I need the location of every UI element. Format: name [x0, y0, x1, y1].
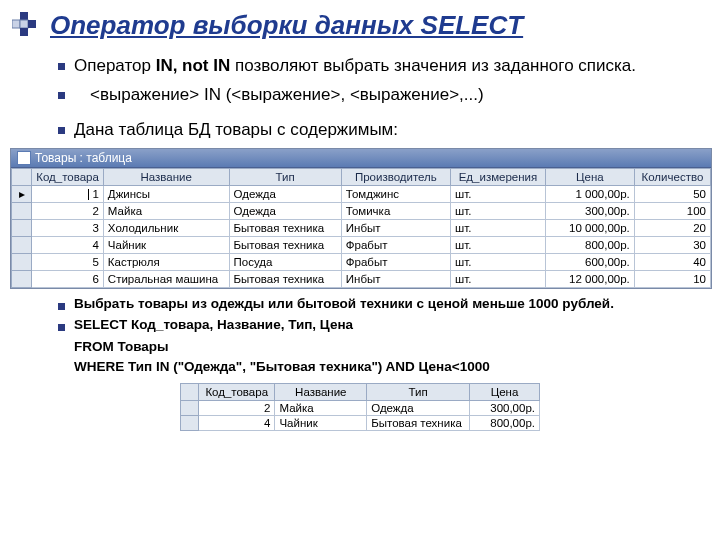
table-row: 4ЧайникБытовая техника800,00р. [181, 416, 540, 431]
cell: шт. [450, 270, 545, 287]
row-selector [12, 236, 32, 253]
cell: Бытовая техника [229, 236, 341, 253]
cell: Томджинс [341, 185, 450, 202]
cell: 12 000,00р. [545, 270, 634, 287]
cell: 600,00р. [545, 253, 634, 270]
cell: Инбыт [341, 270, 450, 287]
cell: 800,00р. [469, 416, 539, 431]
bullet-task: Выбрать товары из одежды или бытовой тех… [58, 295, 680, 314]
column-header: Цена [545, 168, 634, 185]
cell: Одежда [229, 202, 341, 219]
table-row: 5КастрюляПосудаФрабытшт.600,00р.40 [12, 253, 711, 270]
cell: Майка [103, 202, 229, 219]
cell: 1 000,00р. [545, 185, 634, 202]
cell: Чайник [103, 236, 229, 253]
column-header: Количество [634, 168, 710, 185]
row-selector [12, 253, 32, 270]
cell: 4 [32, 236, 104, 253]
table-row: 6Стиральная машинаБытовая техникаИнбытшт… [12, 270, 711, 287]
bullet-list-2: Выбрать товары из одежды или бытовой тех… [40, 295, 680, 335]
cell: Одежда [229, 185, 341, 202]
row-selector [12, 219, 32, 236]
cell: 300,00р. [469, 401, 539, 416]
cell: 2 [199, 401, 275, 416]
cell: 100 [634, 202, 710, 219]
cell: 1 [32, 185, 104, 202]
cell: 40 [634, 253, 710, 270]
cell: шт. [450, 236, 545, 253]
table-row: 2МайкаОдеждаТомичкашт.300,00р.100 [12, 202, 711, 219]
db-window-title: Товары : таблица [35, 151, 132, 165]
column-header: Тип [367, 384, 470, 401]
svg-rect-1 [20, 12, 28, 20]
cell: 300,00р. [545, 202, 634, 219]
cell: 5 [32, 253, 104, 270]
db-titlebar: Товары : таблица [11, 149, 711, 168]
row-selector [181, 401, 199, 416]
cell: Бытовая техника [229, 219, 341, 236]
cell: шт. [450, 202, 545, 219]
cell: Инбыт [341, 219, 450, 236]
cell: Фрабыт [341, 236, 450, 253]
svg-rect-3 [28, 20, 36, 28]
bullet-list: Оператор IN, not IN позволяют выбрать зн… [40, 55, 680, 142]
bullet-sql-select: SELECT Код_товара, Название, Тип, Цена [58, 316, 680, 335]
bullet-operator: Оператор IN, not IN позволяют выбрать зн… [58, 55, 680, 78]
page-title: Оператор выборки данных SELECT [40, 0, 680, 51]
column-header: Тип [229, 168, 341, 185]
cell: 10 [634, 270, 710, 287]
row-selector [12, 270, 32, 287]
result-table: Код_товараНазваниеТипЦена 2МайкаОдежда30… [180, 383, 540, 431]
cell: 50 [634, 185, 710, 202]
db-table: Код_товараНазваниеТипПроизводительЕд_изм… [11, 168, 711, 288]
cell: Чайник [275, 416, 367, 431]
row-selector [12, 202, 32, 219]
cell: 30 [634, 236, 710, 253]
cell: шт. [450, 253, 545, 270]
table-row: 4ЧайникБытовая техникаФрабытшт.800,00р.3… [12, 236, 711, 253]
cell: Кастрюля [103, 253, 229, 270]
cell: 4 [199, 416, 275, 431]
cell: шт. [450, 185, 545, 202]
row-selector-header [12, 168, 32, 185]
cell: 3 [32, 219, 104, 236]
column-header: Производитель [341, 168, 450, 185]
svg-rect-2 [20, 20, 28, 28]
column-header: Код_товара [199, 384, 275, 401]
cell: Джинсы [103, 185, 229, 202]
text: Оператор [74, 56, 156, 75]
bullet-syntax: <выражение> IN (<выражение>, <выражение>… [58, 84, 680, 107]
cell: 10 000,00р. [545, 219, 634, 236]
cell: 800,00р. [545, 236, 634, 253]
sql-where: WHERE Тип IN ("Одежда", "Бытовая техника… [40, 357, 680, 377]
text: позволяют выбрать значения из заданного … [230, 56, 636, 75]
cell: 6 [32, 270, 104, 287]
column-header: Цена [469, 384, 539, 401]
row-selector [181, 416, 199, 431]
column-header: Код_товара [32, 168, 104, 185]
logo-icon [12, 12, 46, 46]
row-selector: ▸ [12, 185, 32, 202]
cell: Посуда [229, 253, 341, 270]
svg-rect-4 [20, 28, 28, 36]
cell: Бытовая техника [229, 270, 341, 287]
column-header: Название [275, 384, 367, 401]
sql-from: FROM Товары [40, 337, 680, 357]
table-icon [17, 151, 31, 165]
table-row: 3ХолодильникБытовая техникаИнбытшт.10 00… [12, 219, 711, 236]
row-selector-header [181, 384, 199, 401]
svg-rect-0 [12, 20, 20, 28]
cell: Майка [275, 401, 367, 416]
cell: Фрабыт [341, 253, 450, 270]
db-table-window: Товары : таблица Код_товараНазваниеТипПр… [10, 148, 712, 289]
column-header: Ед_измерения [450, 168, 545, 185]
bullet-table-intro: Дана таблица БД товары с содержимым: [58, 119, 680, 142]
cell: 2 [32, 202, 104, 219]
cell: Холодильник [103, 219, 229, 236]
cell: 20 [634, 219, 710, 236]
text-bold: IN, not IN [156, 56, 231, 75]
table-row: ▸ 1ДжинсыОдеждаТомджинсшт.1 000,00р.50 [12, 185, 711, 202]
cell: Бытовая техника [367, 416, 470, 431]
table-row: 2МайкаОдежда300,00р. [181, 401, 540, 416]
cell: Томичка [341, 202, 450, 219]
